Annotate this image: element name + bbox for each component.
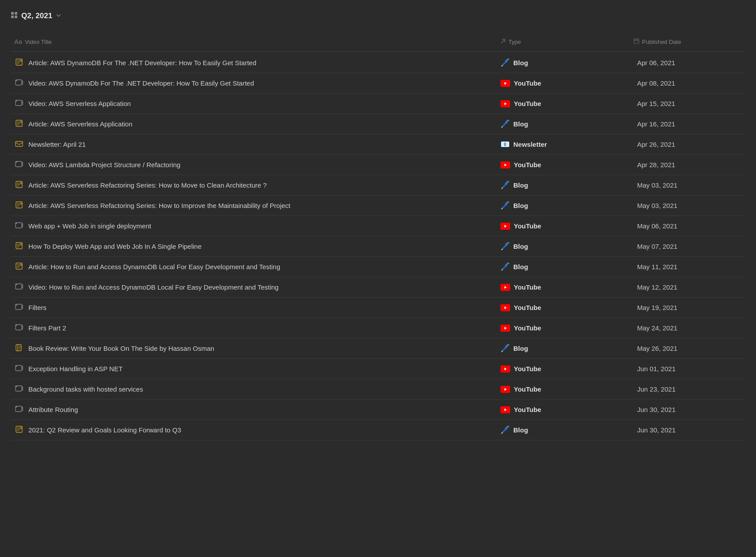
type-label: YouTube — [514, 304, 541, 311]
title-text: Article: AWS Serverless Refactoring Seri… — [28, 201, 291, 210]
title-text: Book Review: Write Your Book On The Side… — [28, 344, 214, 353]
row-icon-article — [14, 58, 24, 68]
row-icon-video — [14, 99, 24, 109]
svg-rect-28 — [16, 304, 17, 306]
table-row[interactable]: Video: AWS DynamoDb For The .NET Develop… — [11, 73, 745, 94]
type-label: Blog — [513, 426, 528, 434]
type-label: YouTube — [514, 161, 541, 169]
title-cell: Article: AWS Serverless Refactoring Seri… — [11, 196, 497, 215]
type-cell: YouTube — [497, 299, 630, 316]
type-label: Blog — [513, 243, 528, 250]
type-cell: YouTube — [497, 75, 630, 91]
row-icon-video — [14, 303, 24, 313]
grid-icon — [11, 12, 18, 20]
type-cell: YouTube — [497, 157, 630, 173]
type-label: Blog — [513, 59, 528, 67]
svg-rect-2 — [11, 16, 14, 18]
row-icon-video — [14, 78, 24, 88]
table-row[interactable]: Background tasks with hosted services Yo… — [11, 379, 745, 400]
quarter-selector[interactable]: Q2, 2021 — [11, 9, 745, 23]
type-label: YouTube — [514, 100, 541, 107]
title-text: Filters Part 2 — [28, 323, 66, 333]
table-row[interactable]: Video: How to Run and Access DynamoDB Lo… — [11, 277, 745, 298]
type-label: Blog — [513, 181, 528, 189]
date-cell: May 19, 2021 — [630, 299, 745, 316]
type-cell: 🖊️Blog — [497, 115, 630, 133]
type-label: YouTube — [514, 385, 541, 393]
type-label: Blog — [513, 345, 528, 352]
table-row[interactable]: Book Review: Write Your Book On The Side… — [11, 338, 745, 359]
title-text: Background tasks with hosted services — [28, 384, 143, 394]
row-icon-video — [14, 364, 24, 374]
row-icon-book — [14, 344, 24, 353]
type-cell: YouTube — [497, 361, 630, 377]
blog-icon: 🖊️ — [500, 344, 510, 353]
row-icon-video — [14, 160, 24, 170]
svg-rect-10 — [16, 100, 17, 102]
title-text: Video: AWS DynamoDb For The .NET Develop… — [28, 78, 254, 88]
blog-icon: 🖊️ — [500, 425, 510, 435]
title-text: Filters — [28, 303, 47, 312]
title-cell: Article: How to Run and Access DynamoDB … — [11, 258, 497, 276]
table-row[interactable]: Attribute Routing YouTube Jun 30, 2021 — [11, 400, 745, 420]
table-row[interactable]: Article: AWS Serverless Application 🖊️Bl… — [11, 114, 745, 134]
youtube-icon — [500, 406, 510, 413]
type-label: YouTube — [514, 406, 541, 413]
type-cell: YouTube — [497, 279, 630, 295]
svg-rect-0 — [11, 12, 14, 15]
youtube-icon — [500, 161, 510, 169]
table-row[interactable]: Article: How to Run and Access DynamoDB … — [11, 257, 745, 277]
title-cell: Video: AWS Serverless Application — [11, 94, 497, 113]
table-row[interactable]: Video: AWS Lambda Project Structure / Re… — [11, 155, 745, 175]
table-row[interactable]: Exception Handling in ASP NET YouTube Ju… — [11, 359, 745, 379]
table-row[interactable]: Newsletter: April 21 📧Newsletter Apr 26,… — [11, 134, 745, 155]
type-cell: YouTube — [497, 218, 630, 234]
col-title-label: Video Title — [25, 39, 51, 45]
svg-marker-32 — [504, 327, 507, 329]
row-icon-article — [14, 242, 24, 251]
title-text: Attribute Routing — [28, 405, 78, 414]
svg-rect-38 — [16, 386, 17, 387]
blog-icon: 🖊️ — [500, 119, 510, 129]
table-row[interactable]: Video: AWS Serverless Application YouTub… — [11, 94, 745, 114]
title-cell: Attribute Routing — [11, 400, 497, 419]
title-cell: How To Deploy Web App and Web Job In A S… — [11, 237, 497, 256]
chevron-down-icon — [56, 13, 61, 20]
title-cell: 2021: Q2 Review and Goals Looking Forwar… — [11, 421, 497, 439]
type-label: Newsletter — [513, 141, 547, 148]
row-icon-video — [14, 282, 24, 292]
title-cell: Web app + Web Job in single deployment — [11, 217, 497, 235]
row-icon-video — [14, 221, 24, 231]
svg-rect-7 — [16, 80, 17, 81]
table-row[interactable]: Article: AWS Serverless Refactoring Seri… — [11, 175, 745, 196]
svg-marker-29 — [504, 306, 507, 309]
row-icon-article — [14, 425, 24, 435]
type-label: YouTube — [514, 222, 541, 230]
table-row[interactable]: Filters Part 2 YouTube May 24, 2021 — [11, 318, 745, 338]
table-row[interactable]: Web app + Web Job in single deployment Y… — [11, 216, 745, 236]
newsletter-icon: 📧 — [500, 140, 510, 149]
blog-icon: 🖊️ — [500, 242, 510, 251]
main-container: Q2, 2021 Aa Video Title Type — [0, 0, 756, 449]
text-icon: Aa — [14, 38, 22, 45]
date-cell: Apr 26, 2021 — [630, 136, 745, 153]
table-row[interactable]: Filters YouTube May 19, 2021 — [11, 298, 745, 318]
date-cell: Jun 23, 2021 — [630, 381, 745, 397]
title-text: Video: How to Run and Access DynamoDB Lo… — [28, 282, 279, 292]
youtube-icon — [500, 100, 510, 107]
type-cell: YouTube — [497, 320, 630, 336]
quarter-label[interactable]: Q2, 2021 — [21, 12, 52, 20]
table-row[interactable]: Article: AWS Serverless Refactoring Seri… — [11, 196, 745, 216]
svg-rect-13 — [16, 141, 23, 146]
table-row[interactable]: Article: AWS DynamoDB For The .NET Devel… — [11, 53, 745, 73]
date-cell: Jun 01, 2021 — [630, 361, 745, 377]
type-label: YouTube — [514, 324, 541, 332]
table-row[interactable]: 2021: Q2 Review and Goals Looking Forwar… — [11, 420, 745, 440]
title-text: 2021: Q2 Review and Goals Looking Forwar… — [28, 425, 181, 435]
blog-icon: 🖊️ — [500, 201, 510, 210]
date-cell: Jun 30, 2021 — [630, 422, 745, 438]
col-type-label: Type — [508, 39, 521, 45]
table-row[interactable]: How To Deploy Web App and Web Job In A S… — [11, 236, 745, 257]
row-icon-article — [14, 201, 24, 211]
svg-marker-26 — [504, 286, 507, 289]
